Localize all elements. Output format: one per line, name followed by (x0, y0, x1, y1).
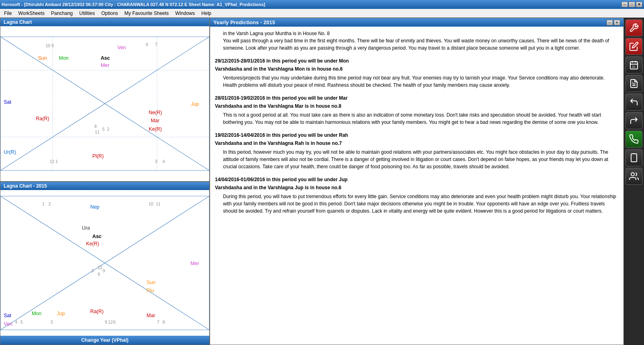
svg-text:8: 8 (94, 124, 97, 129)
predictions-title-buttons: ─ + (606, 20, 620, 25)
svg-text:9: 9 (51, 44, 54, 48)
menu-options[interactable]: Options (98, 10, 121, 17)
svg-text:10: 10 (46, 44, 50, 48)
svg-text:6: 6 (146, 42, 148, 47)
svg-text:6: 6 (113, 320, 116, 324)
svg-text:Asc: Asc (101, 55, 110, 61)
svg-text:3: 3 (92, 268, 94, 273)
lagna-chart-panel: Lagna Chart (0, 18, 210, 182)
svg-text:Mer: Mer (101, 63, 109, 68)
pred-period-3: 19/02/2016-14/04/2016 in this period you… (215, 132, 619, 139)
close-button[interactable]: ✕ (636, 2, 642, 7)
menu-utilities[interactable]: Utilities (76, 10, 98, 17)
svg-text:3: 3 (155, 159, 157, 164)
predictions-minimize-button[interactable]: ─ (606, 20, 613, 25)
svg-text:8: 8 (163, 320, 165, 324)
menu-panchang[interactable]: Panchang (48, 10, 76, 17)
svg-text:Ra(R): Ra(R) (36, 116, 49, 121)
svg-text:Ra(R): Ra(R) (90, 309, 104, 314)
menu-bar: File WorkSheets Panchang Utilities Optio… (0, 9, 644, 18)
svg-text:Nep: Nep (90, 204, 100, 210)
svg-text:Mer: Mer (190, 260, 199, 266)
right-panel: Yearly Predictions - 2015 ─ + in the Var… (210, 18, 624, 345)
svg-text:12: 12 (108, 320, 113, 324)
edit-icon[interactable] (625, 38, 642, 55)
lagna-chart-2015-svg: Nep Ura Asc Ke(R) 1 2 Mer 11 10 Sun Plu … (0, 190, 209, 336)
svg-text:7: 7 (157, 320, 160, 324)
lagna-chart-2015-panel: Lagna Chart - 2015 Nep (0, 182, 210, 345)
svg-text:3: 3 (50, 320, 53, 324)
pred-period-2: 28/01/2016-19/02/2016 in this period you… (215, 94, 619, 102)
lagna-chart-svg: Sun Mon 9 10 Ven Asc Mer 7 6 Jup Ne(R) M… (0, 26, 209, 181)
svg-text:4: 4 (163, 159, 165, 164)
lagna-chart-area: Sun Mon 9 10 Ven Asc Mer 7 6 Jup Ne(R) M… (0, 26, 209, 181)
svg-point-87 (631, 173, 634, 176)
users-icon[interactable] (625, 168, 642, 185)
svg-text:Ven: Ven (117, 45, 126, 50)
pred-body-1: Ventures/projects that you may undertake… (223, 74, 619, 89)
svg-text:Ke(R): Ke(R) (149, 126, 162, 132)
change-year-button[interactable]: Change Year (VPhal) (0, 336, 209, 345)
lagna-chart-2015-area: Nep Ura Asc Ke(R) 1 2 Mer 11 10 Sun Plu … (0, 190, 209, 336)
svg-text:Sat: Sat (4, 313, 11, 318)
menu-favourite[interactable]: My Favourite Sheets (121, 10, 172, 17)
svg-text:12: 12 (50, 159, 54, 164)
svg-text:5: 5 (102, 127, 105, 132)
menu-windows[interactable]: Windows (172, 10, 198, 17)
tools-icon[interactable] (625, 19, 642, 36)
svg-text:Ne(R): Ne(R) (149, 110, 162, 115)
svg-text:6: 6 (98, 272, 100, 276)
calendar-icon[interactable]: 31 (625, 56, 642, 73)
pred-sublabel-3: Varshdasha and in the Varshlagna Rah is … (215, 140, 619, 147)
main-area: Lagna Chart (0, 18, 644, 345)
svg-text:2: 2 (107, 127, 109, 132)
menu-worksheets[interactable]: WorkSheets (15, 10, 48, 17)
predictions-title-bar: Yearly Predictions - 2015 ─ + (210, 18, 623, 27)
svg-text:2: 2 (48, 201, 51, 206)
pred-sublabel-4: Varshdasha and in the Varshlagna Jup is … (215, 184, 619, 191)
app-icon[interactable] (625, 149, 642, 166)
menu-help[interactable]: Help (198, 10, 215, 17)
pred-period-1: 29/12/2015-28/01/2016 in this period you… (215, 57, 619, 65)
back-icon[interactable] (625, 94, 642, 111)
pred-sublabel-1: Varshdasha and in the Varshlagna Mon is … (215, 65, 619, 73)
lagna-chart-title: Lagna Chart (0, 18, 209, 26)
svg-text:7: 7 (155, 42, 157, 47)
pred-body-4: During this period, you will have to put… (223, 193, 619, 215)
menu-file[interactable]: File (1, 10, 15, 17)
pred-period-4: 14/04/2016-01/06/2016 in this period you… (215, 176, 619, 183)
svg-text:Pl(R): Pl(R) (92, 153, 104, 159)
pred-intro-muntha: in the Varsh Lagna your Muntha is in Hou… (223, 30, 619, 37)
svg-text:Ur(R): Ur(R) (4, 149, 16, 155)
title-bar-controls: ─ □ ✕ (621, 2, 642, 7)
svg-text:5: 5 (21, 320, 23, 324)
svg-text:1: 1 (56, 159, 58, 164)
pred-sublabel-2: Varshdasha and in the Varshlagna Mar is … (215, 102, 619, 110)
predictions-content[interactable]: in the Varsh Lagna your Muntha is in Hou… (210, 27, 623, 345)
svg-text:Jup: Jup (191, 101, 199, 107)
lagna-chart-2015-title: Lagna Chart - 2015 (0, 182, 209, 190)
svg-text:Asc: Asc (92, 233, 102, 239)
svg-text:Sun: Sun (38, 55, 47, 61)
svg-text:31: 31 (632, 65, 636, 69)
predictions-title: Yearly Predictions - 2015 (213, 19, 275, 25)
document-icon[interactable] (625, 75, 642, 92)
phone-icon[interactable] (625, 131, 642, 148)
sidebar: 31 (624, 18, 644, 345)
title-bar: Horosoft - [Dhirubhi Ambani 28/12/1932 0… (0, 0, 644, 9)
svg-text:11: 11 (156, 201, 160, 206)
left-panel: Lagna Chart (0, 18, 210, 345)
restore-button[interactable]: □ (629, 2, 635, 7)
svg-text:Ke(R): Ke(R) (86, 241, 99, 247)
svg-text:4: 4 (15, 320, 17, 324)
svg-text:Mar: Mar (151, 118, 159, 123)
minimize-button[interactable]: ─ (621, 2, 628, 7)
svg-text:Mon: Mon (59, 55, 69, 61)
pred-body-3: In this period, however much you may try… (223, 148, 619, 170)
forward-icon[interactable] (625, 112, 642, 129)
svg-text:Jup: Jup (57, 311, 65, 316)
svg-text:Sat: Sat (4, 99, 11, 105)
predictions-maximize-button[interactable]: + (614, 20, 620, 25)
pred-intro-body: You will pass through a very bad time in… (223, 37, 619, 52)
svg-text:Ven: Ven (4, 321, 13, 327)
